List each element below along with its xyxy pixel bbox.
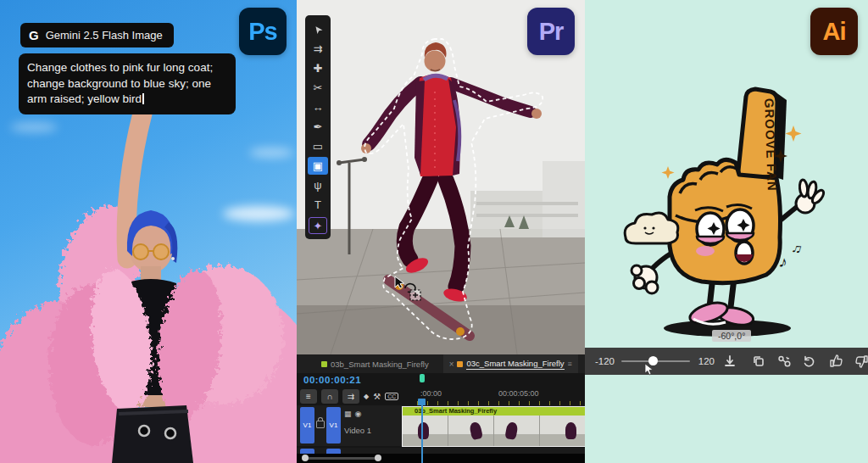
razor-icon: ✂ [314, 81, 323, 94]
text-caret [142, 93, 144, 104]
wrench-icon[interactable]: ⚒ [373, 392, 381, 401]
add-marker-icon[interactable]: ◆ [364, 393, 369, 400]
tab-menu-icon[interactable]: ≡ [568, 360, 572, 368]
foam-finger-artwork: GROOVE FAN [585, 0, 868, 463]
right-glove [796, 180, 826, 213]
object-selection-icon: ▣ [313, 159, 323, 172]
sequence-color-dot [457, 361, 463, 367]
thumbs-up-icon[interactable] [829, 354, 843, 368]
tab-close-icon[interactable]: × [449, 360, 454, 369]
scrollbar-handle-left[interactable] [302, 455, 309, 461]
timeline-clip-selected[interactable]: 03b_Smart Masking_Firefly fx [402, 406, 585, 447]
clip-frame [448, 416, 494, 446]
svg-text:♫: ♫ [790, 240, 804, 257]
settings-icon: ≡ [306, 392, 311, 401]
workflow-icon[interactable] [777, 354, 791, 368]
plugins-icon: ✦ [314, 220, 323, 232]
google-g-icon: G [29, 28, 39, 42]
cloud-shapes [10, 122, 294, 221]
left-glove [632, 265, 658, 293]
playhead-line [421, 405, 423, 463]
clip-thumbnails [403, 416, 585, 446]
video-track-1: V1 V1 ▦◉ Video 1 03b_Smart Masking_Firef… [297, 405, 585, 446]
clip-frame [540, 416, 585, 446]
rectangle-tool[interactable]: ▭ [308, 137, 328, 155]
magnet-icon: ∩ [326, 392, 332, 401]
ripple-edit-icon: ✚ [314, 62, 323, 75]
scrollbar-handle-right[interactable] [375, 455, 381, 461]
timeline-ruler[interactable]: :00:00 00:00:05:00 [417, 387, 585, 407]
showcase-screenshot: G Gemini 2.5 Flash Image Change clothes … [0, 0, 868, 463]
black-pants [112, 405, 193, 463]
premiere-tools-panel: ➤ ⇉ ✚ ✂ ↔ ✒ ▭ ▣ ψ T ✦ [305, 15, 331, 239]
type-icon: T [314, 198, 321, 211]
playhead-timecode[interactable]: 00:00:00:21 [303, 375, 361, 385]
track-name: Video 1 [344, 426, 371, 435]
object-selection-tool[interactable]: ▣ [308, 157, 328, 175]
linked-selection-icon: ⇉ [348, 392, 354, 401]
prompt-input[interactable]: Change clothes to pink fur long coat; ch… [19, 53, 236, 114]
rotation-toolbar: -120 120 [585, 348, 868, 375]
duplicate-icon[interactable] [752, 354, 765, 368]
portrait-head [127, 210, 177, 273]
hand-tool[interactable]: ψ [308, 176, 328, 194]
download-icon[interactable] [723, 354, 737, 368]
ripple-edit-tool[interactable]: ✚ [308, 59, 328, 77]
mouse-cursor [644, 364, 654, 379]
sync-lock-icon[interactable]: ▦ [344, 410, 355, 418]
gemini-model-label: Gemini 2.5 Flash Image [46, 29, 163, 42]
thumbs-down-icon[interactable] [854, 354, 868, 368]
timeline-tab[interactable]: 03b_Smart Masking_Firefly [315, 354, 435, 373]
tab-label: 03b_Smart Masking_Firefly [331, 360, 429, 369]
slider-max-label: 120 [698, 356, 715, 366]
slip-tool[interactable]: ↔ [308, 98, 328, 116]
prompt-line: Change clothes to pink fur long coat; [27, 60, 227, 76]
rotation-readout-tooltip: -60°,0° [712, 330, 751, 342]
sequence-marker[interactable] [420, 374, 425, 382]
target-track-v1-button[interactable]: V1 [326, 407, 341, 443]
slider-min-label: -120 [595, 356, 615, 366]
timeline-panel: 03b_Smart Masking_Firefly × 03c_Smart Ma… [297, 354, 585, 463]
rotation-slider[interactable] [621, 360, 690, 362]
track-select-icon: ⇉ [314, 42, 323, 55]
selection-tool[interactable]: ➤ [308, 20, 328, 38]
tab-label: 03c_Smart Masking_Firefly [466, 359, 564, 370]
track-lock-icon[interactable] [316, 421, 325, 428]
captions-icon[interactable]: CC [385, 393, 398, 400]
premiere-logo: Pr [527, 8, 575, 55]
razor-tool[interactable]: ✂ [308, 79, 328, 97]
photoshop-panel: G Gemini 2.5 Flash Image Change clothes … [0, 0, 297, 463]
track-select-forward-tool[interactable]: ⇉ [308, 40, 328, 58]
selection-arrow-icon: ➤ [310, 22, 325, 36]
undo-icon[interactable] [802, 354, 815, 368]
clip-title-bar: 03b_Smart Masking_Firefly [403, 407, 585, 416]
snap-button[interactable]: ∩ [321, 389, 338, 404]
plugins-tool[interactable]: ✦ [309, 217, 327, 234]
pen-icon: ✒ [314, 120, 323, 133]
pen-tool[interactable]: ✒ [308, 118, 328, 136]
timeline-settings-button[interactable]: ≡ [300, 389, 317, 404]
linked-selection-button[interactable]: ⇉ [342, 389, 359, 404]
type-tool[interactable]: T [308, 196, 328, 214]
premiere-panel: ➤ ⇉ ✚ ✂ ↔ ✒ ▭ ▣ ψ T ✦ 03b_Smart Masking_… [297, 0, 585, 463]
timeline-scrollbar[interactable] [297, 454, 585, 463]
timeline-tab-bar: 03b_Smart Masking_Firefly × 03c_Smart Ma… [297, 354, 585, 373]
prompt-line: arm raised; yellow bird [27, 92, 227, 108]
timeline-tracks: V1 V1 ▦◉ Video 1 03b_Smart Masking_Firef… [297, 405, 585, 460]
ruler-label: :00:00 [420, 389, 442, 398]
prompt-line: change background to blue sky; one [27, 76, 227, 92]
illustrator-panel: GROOVE FAN [585, 0, 868, 463]
hand-icon: ψ [314, 179, 321, 192]
track-visibility-eye-icon[interactable]: ◉ [355, 410, 365, 418]
gemini-model-chip[interactable]: G Gemini 2.5 Flash Image [20, 23, 174, 47]
clip-frame [494, 416, 540, 446]
sequence-color-dot [321, 361, 327, 367]
photoshop-logo: Ps [239, 8, 287, 55]
clip-frame [403, 416, 448, 446]
rectangle-icon: ▭ [313, 140, 323, 153]
timeline-controls: ≡ ∩ ⇉ ◆ ⚒ CC [300, 387, 398, 405]
source-track-v1-button[interactable]: V1 [300, 407, 314, 443]
slip-icon: ↔ [313, 101, 324, 114]
illustrator-logo: Ai [810, 8, 858, 55]
timeline-tab-active[interactable]: × 03c_Smart Masking_Firefly ≡ [443, 354, 578, 373]
